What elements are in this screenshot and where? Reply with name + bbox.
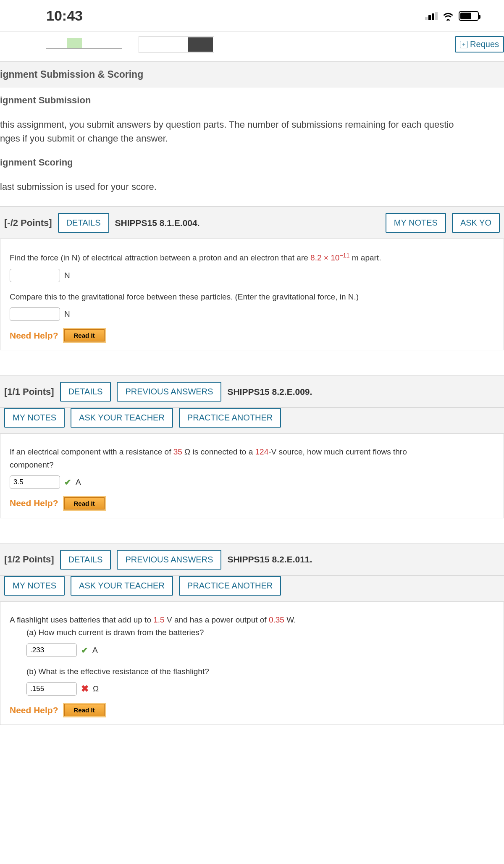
question-1-header: [-/2 Points] DETAILS SHIPPS15 8.1.E.004.… [0, 207, 504, 239]
my-notes-button[interactable]: MY NOTES [4, 408, 65, 428]
q1-prompt-2: Compare this to the gravitational force … [10, 291, 494, 303]
wifi-icon [442, 8, 454, 24]
q3-unit-a: A [92, 646, 98, 655]
q3-part-b: (b) What is the effective resistance of … [26, 665, 494, 678]
cellular-icon [425, 12, 438, 20]
ask-teacher-button[interactable]: ASK YO [452, 213, 500, 233]
fragment-box-2 [139, 36, 214, 53]
request-label: Reques [470, 39, 499, 49]
question-2-header: [1/1 Points] DETAILS PREVIOUS ANSWERS SH… [0, 376, 504, 408]
submission-text: this assignment, you submit answers by q… [0, 109, 504, 150]
top-bar: + Reques [0, 32, 504, 62]
question-2-body: If an electrical component with a resist… [0, 434, 504, 518]
q1-unit-2: N [64, 310, 70, 319]
q2-answer-input[interactable] [10, 475, 60, 489]
q1-points: [-/2 Points] [4, 218, 52, 228]
fragment-box-1 [46, 36, 122, 49]
need-help-label: Need Help? [10, 331, 58, 341]
practice-another-button[interactable]: PRACTICE ANOTHER [179, 576, 281, 596]
details-button[interactable]: DETAILS [60, 550, 111, 570]
q3-part-a: (a) How much current is drawn from the b… [26, 626, 494, 639]
q1-unit-1: N [64, 271, 70, 280]
details-button[interactable]: DETAILS [58, 213, 109, 233]
q2-points: [1/1 Points] [4, 386, 54, 397]
check-icon: ✔ [64, 477, 71, 487]
question-3-header: [1/2 Points] DETAILS PREVIOUS ANSWERS SH… [0, 544, 504, 576]
q1-prompt-1: Find the force (in N) of electrical attr… [10, 251, 494, 265]
section-header: ignment Submission & Scoring [0, 62, 504, 87]
practice-another-button[interactable]: PRACTICE ANOTHER [179, 408, 281, 428]
ask-teacher-button[interactable]: ASK YOUR TEACHER [71, 408, 173, 428]
q2-prompt: If an electrical component with a resist… [10, 446, 494, 471]
check-icon: ✔ [81, 645, 88, 655]
my-notes-button[interactable]: MY NOTES [4, 576, 65, 596]
details-button[interactable]: DETAILS [60, 382, 111, 402]
q1-answer-2-input[interactable] [10, 307, 60, 321]
need-help-label: Need Help? [10, 498, 58, 508]
read-it-button[interactable]: Read It [64, 329, 105, 341]
question-1-body: Find the force (in N) of electrical attr… [0, 239, 504, 350]
scoring-text: last submission is used for your score. [0, 171, 504, 198]
q3-code: SHIPPS15 8.2.E.011. [227, 554, 312, 565]
cross-icon: ✖ [81, 683, 89, 694]
submission-subheader: ignment Submission [0, 87, 504, 109]
q3-answer-a-input[interactable] [26, 643, 77, 657]
request-button[interactable]: + Reques [455, 36, 504, 53]
q3-points: [1/2 Points] [4, 554, 54, 565]
previous-answers-button[interactable]: PREVIOUS ANSWERS [117, 550, 221, 570]
q3-prompt: A flashlight uses batteries that add up … [10, 614, 494, 626]
plus-icon: + [460, 41, 467, 48]
status-bar: 10:43 [0, 0, 504, 32]
q1-code: SHIPPS15 8.1.E.004. [115, 218, 200, 228]
battery-icon [459, 11, 479, 21]
question-2-header-row2: MY NOTES ASK YOUR TEACHER PRACTICE ANOTH… [0, 408, 504, 434]
read-it-button[interactable]: Read It [64, 497, 105, 509]
q2-unit: A [76, 478, 81, 487]
need-help-label: Need Help? [10, 705, 58, 715]
q3-answer-b-input[interactable] [26, 682, 77, 696]
status-icons [425, 8, 479, 24]
previous-answers-button[interactable]: PREVIOUS ANSWERS [117, 382, 221, 402]
status-time: 10:43 [46, 8, 83, 24]
read-it-button[interactable]: Read It [64, 704, 105, 716]
q2-code: SHIPPS15 8.2.E.009. [227, 387, 312, 397]
q3-unit-b: Ω [93, 684, 99, 693]
q1-answer-1-input[interactable] [10, 269, 60, 282]
my-notes-button[interactable]: MY NOTES [386, 213, 446, 233]
scoring-subheader: ignment Scoring [0, 150, 504, 171]
question-3-header-row2: MY NOTES ASK YOUR TEACHER PRACTICE ANOTH… [0, 576, 504, 602]
ask-teacher-button[interactable]: ASK YOUR TEACHER [71, 576, 173, 596]
question-3-body: A flashlight uses batteries that add up … [0, 602, 504, 725]
